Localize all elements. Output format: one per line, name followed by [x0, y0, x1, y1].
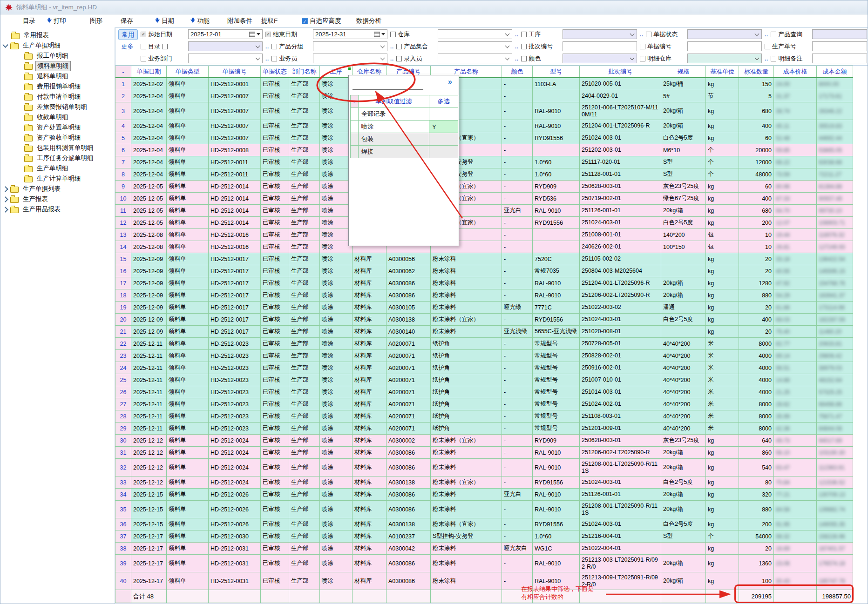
table-row[interactable]: 292025-12-11领料单HD-2512-0023已审核生产部喷涂材料库A0… — [115, 423, 853, 435]
more-dots-icon[interactable]: .. — [390, 44, 394, 49]
more-dots-icon[interactable]: .. — [265, 44, 269, 49]
dropdown-field-产品分组[interactable] — [313, 41, 387, 51]
tree-item[interactable]: 包装用料测算单明细 — [0, 143, 115, 153]
dropdown-field-录入员[interactable] — [438, 54, 512, 63]
column-header-成本价格[interactable]: 成本价格 — [774, 66, 817, 77]
popup-option-label[interactable]: 包装 — [359, 133, 429, 146]
more-dots-icon[interactable]: .. — [515, 32, 519, 37]
more-dots-icon[interactable]: .. — [515, 56, 519, 61]
table-row[interactable]: 332025-12-12领料单HD-2512-0024已审核生产部喷涂材料库A0… — [115, 476, 853, 489]
table-row[interactable]: 232025-12-11领料单HD-2512-0023已审核生产部喷涂材料库A0… — [115, 350, 853, 362]
calendar-icon[interactable] — [249, 32, 255, 37]
popup-option-row[interactable]: 喷涂Y — [351, 121, 458, 133]
filter-checkbox-颜色[interactable] — [521, 56, 527, 61]
column-header-颜色[interactable]: 颜色 — [502, 66, 533, 77]
tree-item[interactable]: 生产单据列表 — [0, 184, 115, 194]
input-field-明细备注[interactable] — [812, 54, 867, 63]
table-row[interactable]: 132025-12-08领料单HD-2512-0016已审核生产部喷涂-2510… — [115, 229, 853, 241]
table-row[interactable]: 352025-12-15领料单HD-2512-0026已审核生产部喷涂材料库A0… — [115, 501, 853, 518]
chevron-down-icon[interactable] — [755, 55, 760, 60]
more-dots-icon[interactable]: .. — [390, 56, 394, 61]
table-row[interactable]: 342025-12-15领料单HD-2512-0026已审核生产部喷涂材料库A0… — [115, 489, 853, 501]
tree-item[interactable]: 工序任务分派单明细 — [0, 153, 115, 163]
tree-item[interactable]: 差旅费报销单明细 — [0, 102, 115, 112]
table-row[interactable]: 322025-12-12领料单HD-2512-0024已审核生产部喷涂材料库A0… — [115, 459, 853, 476]
filter-checkbox-产品查询[interactable] — [771, 32, 776, 37]
table-row[interactable]: 212025-12-09领料单HD-2512-0017已审核生产部喷涂材料库A0… — [115, 326, 853, 338]
chevron-down-icon[interactable] — [630, 55, 635, 60]
dropdown-field-业务部门[interactable] — [188, 54, 263, 63]
popup-option-multi[interactable] — [429, 133, 458, 146]
table-row[interactable]: 92025-12-05领料单HD-2512-0014已审核生产部喷涂粉末涂料（宜… — [115, 181, 853, 193]
popup-option-multi[interactable] — [429, 108, 458, 121]
popup-option-multi[interactable] — [429, 146, 458, 158]
popup-filter-input[interactable] — [353, 89, 423, 90]
filter-checkbox-明细备注[interactable] — [771, 56, 776, 61]
more-dots-icon[interactable]: .. — [765, 32, 768, 37]
more-dots-icon[interactable]: .. — [640, 32, 644, 37]
chevron-down-icon[interactable] — [256, 43, 260, 48]
table-row[interactable]: 182025-12-09领料单HD-2512-0017已审核生产部喷涂材料库A0… — [115, 289, 853, 302]
input-field-产品查询[interactable] — [812, 29, 867, 39]
date-field-起始日期[interactable]: 2025-12-01 — [188, 29, 263, 39]
filter-checkbox-单据状态[interactable] — [646, 32, 651, 37]
tree-item[interactable]: 收款单明细 — [0, 112, 115, 122]
table-row[interactable]: 172025-12-09领料单HD-2512-0017已审核生产部喷涂材料库A0… — [115, 277, 853, 289]
dropdown-arrow-icon[interactable] — [381, 33, 385, 35]
column-header--[interactable]: - — [115, 66, 131, 77]
toolbar-item-1[interactable]: 目录 — [23, 17, 35, 25]
dropdown-arrow-icon[interactable] — [257, 33, 260, 35]
more-dots-icon[interactable]: .. — [265, 56, 269, 61]
filter-checkbox-明细仓库[interactable] — [640, 56, 645, 61]
quick-filter-button[interactable]: 常用 — [118, 29, 138, 40]
chevron-down-icon[interactable] — [380, 43, 385, 48]
filter-checkbox-目录[interactable] — [141, 44, 146, 49]
calendar-icon[interactable] — [374, 32, 380, 37]
filter-checkbox-生产单号[interactable] — [765, 44, 770, 49]
column-header-批次编号[interactable]: 批次编号 — [580, 66, 661, 77]
tree-item[interactable]: 付款申请单明细 — [0, 92, 115, 102]
input-field-批次编号[interactable] — [563, 41, 637, 51]
chevron-down-icon[interactable] — [505, 31, 510, 36]
table-row[interactable]: 122025-12-05领料单HD-2512-0014已审核生产部喷涂粉末涂料（… — [115, 217, 853, 229]
table-row[interactable]: 362025-12-15领料单HD-2512-0026已审核生产部喷涂材料库A0… — [115, 518, 853, 530]
table-row[interactable]: 382025-12-17领料单HD-2512-0031已审核生产部喷涂材料库A0… — [115, 543, 853, 555]
chevron-down-icon[interactable] — [505, 55, 510, 60]
table-row[interactable]: 202025-12-09领料单HD-2512-0017已审核生产部喷涂材料库A0… — [115, 314, 853, 326]
chevron-right-icon[interactable] — [2, 186, 8, 192]
toolbar-item-2[interactable]: 打印 — [47, 17, 66, 25]
dropdown-field-产品集合[interactable] — [438, 41, 512, 51]
tree-item[interactable]: 生产计算单明细 — [0, 174, 115, 184]
dropdown-field-仓库[interactable] — [438, 29, 512, 39]
table-row[interactable]: 312025-12-12领料单HD-2512-0024已审核生产部喷涂材料库A0… — [115, 447, 853, 459]
dropdown-field-单据状态[interactable] — [687, 29, 762, 39]
chevron-down-icon[interactable] — [2, 42, 8, 48]
toolbar-item-9[interactable]: ✓自适应高度 — [302, 17, 341, 25]
popup-option-row[interactable]: 焊接 — [351, 146, 458, 158]
popup-option-multi[interactable]: Y — [429, 121, 458, 133]
table-row[interactable]: 192025-12-09领料单HD-2512-0017已审核生产部喷涂材料库A0… — [115, 302, 853, 314]
column-header-规格[interactable]: 规格 — [661, 66, 706, 77]
chevron-down-icon[interactable] — [755, 31, 760, 36]
dropdown-field-明细仓库[interactable] — [687, 54, 762, 63]
more-dots-icon[interactable]: .. — [765, 56, 768, 61]
chevron-right-icon[interactable] — [2, 196, 8, 202]
tree-item[interactable]: 资产验收单明细 — [0, 133, 115, 143]
table-row[interactable]: 402025-12-17领料单HD-2512-0031已审核生产部喷涂材料库A0… — [115, 572, 853, 590]
table-row[interactable]: 22025-12-04领料单HD-2512-0007已审核生产部喷涂-2404-… — [115, 90, 853, 102]
table-row[interactable]: 62025-12-04领料单HD-2512-0008已审核生产部喷涂-25120… — [115, 144, 853, 156]
table-row[interactable]: 372025-12-17领料单HD-2512-0030已审核生产部喷涂材料库A0… — [115, 530, 853, 543]
table-row[interactable]: 302025-12-12领料单HD-2512-0024已审核生产部喷涂材料库A0… — [115, 435, 853, 447]
column-header-标准数量[interactable]: 标准数量 — [739, 66, 774, 77]
popup-index-header[interactable]: - — [351, 95, 359, 108]
dropdown-field-颜色[interactable] — [563, 54, 637, 63]
table-row[interactable]: 282025-12-11领料单HD-2512-0023已审核生产部喷涂材料库A0… — [115, 410, 853, 423]
tree-item[interactable]: 生产报表 — [0, 194, 115, 204]
column-header-单据类型[interactable]: 单据类型 — [167, 66, 209, 77]
popup-option-label[interactable]: 全部记录 — [359, 108, 429, 121]
table-row[interactable]: 52025-12-04领料单HD-2512-0007已审核生产部喷涂粉末涂料（宜… — [115, 132, 853, 144]
table-row[interactable]: 82025-12-04领料单HD-2512-0011已审核生产部喷涂S型挂钩-安… — [115, 168, 853, 181]
column-header-型号[interactable]: 型号 — [533, 66, 580, 77]
dropdown-field-目录[interactable] — [188, 41, 263, 51]
table-row[interactable]: 112025-12-05领料单HD-2512-0014已审核生产部喷涂亚光白RA… — [115, 205, 853, 217]
